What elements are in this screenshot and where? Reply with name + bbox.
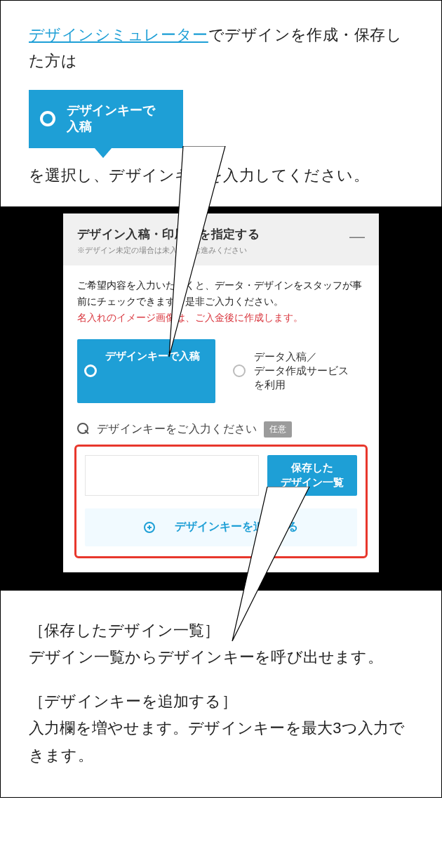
bottom-group2-title: ［デザインキーを追加する］ <box>29 688 413 716</box>
option-design-key-label: デザインキーで入稿 <box>105 350 200 362</box>
radio-selected-icon <box>84 364 97 377</box>
radio-unselected-icon <box>233 364 246 377</box>
design-key-button-sample: デザインキーで 入稿 <box>29 90 183 148</box>
option-data-upload[interactable]: データ入稿／ データ作成サービスを利用 <box>225 339 365 403</box>
search-icon <box>77 423 90 435</box>
panel-body: ご希望内容を入力いただくと、データ・デザインをスタッフが事前にチェックできます。… <box>63 265 379 406</box>
option-design-key[interactable]: デザインキーで入稿 <box>77 339 215 403</box>
add-design-key-button[interactable]: デザインキーを追加する <box>85 508 357 546</box>
panel-body-line1: ご希望内容を入力いただくと、データ・デザインをスタッフが事前にチェックできます。… <box>77 278 365 310</box>
bottom-group-saved-list: ［保存したデザイン一覧］ デザイン一覧からデザインキーを呼び出せます。 <box>29 617 413 671</box>
upload-option-row: デザインキーで入稿 データ入稿／ データ作成サービスを利用 <box>77 339 365 403</box>
plus-icon <box>144 522 155 533</box>
design-key-input[interactable] <box>85 455 259 496</box>
panel-header[interactable]: デザイン入稿・印刷色を指定する ※デザイン未定の場合は未入力でお進みください — <box>63 213 379 265</box>
design-key-submit-button[interactable]: デザインキーで 入稿 <box>29 90 183 148</box>
screenshot-strip: デザイン入稿・印刷色を指定する ※デザイン未定の場合は未入力でお進みください —… <box>1 206 441 591</box>
option-data-upload-label: データ入稿／ データ作成サービスを利用 <box>254 350 349 391</box>
panel-header-text: デザイン入稿・印刷色を指定する ※デザイン未定の場合は未入力でお進みください <box>77 226 260 256</box>
saved-design-list-label: 保存した デザイン一覧 <box>281 461 344 489</box>
design-upload-panel: デザイン入稿・印刷色を指定する ※デザイン未定の場合は未入力でお進みください —… <box>63 213 379 572</box>
add-design-key-label: デザインキーを追加する <box>175 520 298 534</box>
panel-title: デザイン入稿・印刷色を指定する <box>77 226 260 242</box>
design-simulator-link[interactable]: デザインシミュレーター <box>29 26 208 44</box>
panel-subtitle: ※デザイン未定の場合は未入力でお進みください <box>77 245 260 256</box>
panel-body-warning: 名入れのイメージ画像は、ご入金後に作成します。 <box>77 310 365 327</box>
document-frame: デザインシミュレーターでデザインを作成・保存した方は デザインキーで 入稿 を選… <box>0 0 442 798</box>
bottom-group-add-key: ［デザインキーを追加する］ 入力欄を増やせます。デザインキーを最大3つ入力できま… <box>29 688 413 770</box>
bottom-group1-title: ［保存したデザイン一覧］ <box>29 617 413 645</box>
highlighted-input-area: 保存した デザイン一覧 デザインキーを追加する <box>74 445 368 558</box>
top-callout: デザインシミュレーターでデザインを作成・保存した方は デザインキーで 入稿 を選… <box>1 1 441 206</box>
design-key-button-label: デザインキーで 入稿 <box>67 103 155 133</box>
saved-design-list-button[interactable]: 保存した デザイン一覧 <box>267 455 357 496</box>
design-key-input-label: デザインキーをご入力ください <box>97 422 257 437</box>
design-key-input-row: 保存した デザイン一覧 <box>85 455 357 496</box>
top-intro-text: デザインシミュレーターでデザインを作成・保存した方は <box>29 22 413 74</box>
bottom-group1-body: デザイン一覧からデザインキーを呼び出せます。 <box>29 644 413 671</box>
radio-selected-icon <box>40 111 55 126</box>
chevron-down-icon <box>95 148 112 158</box>
collapse-icon[interactable]: — <box>349 226 365 244</box>
bottom-group2-body: 入力欄を増やせます。デザインキーを最大3つ入力できます。 <box>29 715 413 769</box>
design-key-label-row: デザインキーをご入力ください 任意 <box>63 421 379 438</box>
optional-badge: 任意 <box>264 421 292 438</box>
top-instruction-text: を選択し、デザインキーを入力してください。 <box>29 162 413 188</box>
bottom-callout: ［保存したデザイン一覧］ デザイン一覧からデザインキーを呼び出せます。 ［デザイ… <box>1 591 441 798</box>
